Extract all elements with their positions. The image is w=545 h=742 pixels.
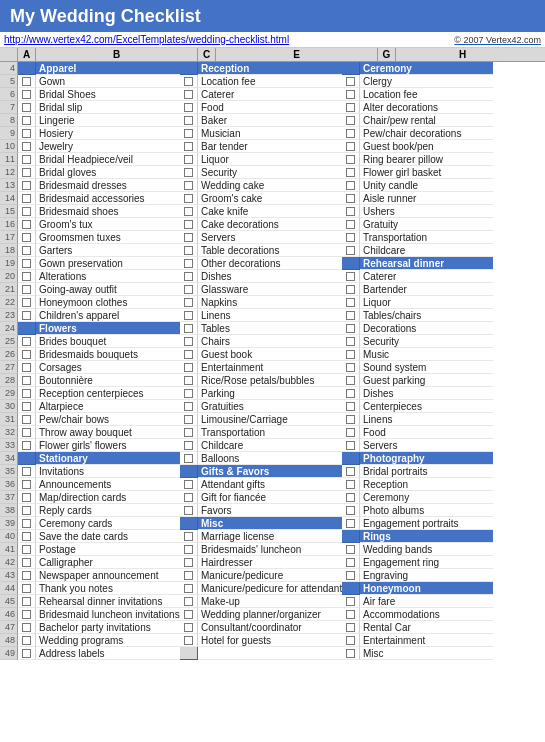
checkbox-cell[interactable] [180,127,198,140]
checkbox[interactable] [346,207,355,216]
checkbox[interactable] [22,493,31,502]
checkbox-cell[interactable] [18,361,36,374]
checkbox-cell[interactable] [180,504,198,517]
checkbox-cell[interactable] [342,517,360,530]
checkbox[interactable] [346,506,355,515]
checkbox[interactable] [346,571,355,580]
checkbox[interactable] [346,558,355,567]
checkbox[interactable] [22,623,31,632]
checkbox[interactable] [184,233,193,242]
checkbox-cell[interactable] [18,88,36,101]
checkbox[interactable] [22,376,31,385]
checkbox-cell[interactable] [180,400,198,413]
checkbox[interactable] [184,506,193,515]
checkbox[interactable] [22,545,31,554]
checkbox-cell[interactable] [18,413,36,426]
checkbox-cell[interactable] [180,478,198,491]
checkbox-cell[interactable] [18,400,36,413]
checkbox[interactable] [346,77,355,86]
checkbox[interactable] [346,324,355,333]
checkbox[interactable] [346,493,355,502]
checkbox[interactable] [184,285,193,294]
checkbox[interactable] [346,428,355,437]
checkbox-cell[interactable] [180,452,198,465]
checkbox[interactable] [22,233,31,242]
checkbox-cell[interactable] [342,166,360,179]
checkbox-cell[interactable] [18,517,36,530]
checkbox-cell[interactable] [18,244,36,257]
checkbox-cell[interactable] [342,374,360,387]
checkbox[interactable] [346,285,355,294]
checkbox-cell[interactable] [342,413,360,426]
checkbox-cell[interactable] [342,361,360,374]
checkbox[interactable] [22,116,31,125]
checkbox-cell[interactable] [342,400,360,413]
checkbox-cell[interactable] [180,309,198,322]
checkbox[interactable] [346,181,355,190]
checkbox-cell[interactable] [180,556,198,569]
checkbox[interactable] [22,480,31,489]
checkbox-cell[interactable] [18,556,36,569]
checkbox[interactable] [346,363,355,372]
checkbox[interactable] [22,636,31,645]
checkbox[interactable] [184,350,193,359]
checkbox-cell[interactable] [342,647,360,660]
checkbox-cell[interactable] [18,140,36,153]
checkbox-cell[interactable] [180,582,198,595]
checkbox[interactable] [346,649,355,658]
checkbox[interactable] [22,584,31,593]
checkbox[interactable] [184,441,193,450]
checkbox-cell[interactable] [342,101,360,114]
checkbox[interactable] [346,116,355,125]
checkbox-cell[interactable] [180,374,198,387]
checkbox-cell[interactable] [18,127,36,140]
checkbox-cell[interactable] [342,348,360,361]
checkbox[interactable] [346,103,355,112]
checkbox[interactable] [22,194,31,203]
checkbox[interactable] [184,389,193,398]
checkbox-cell[interactable] [18,543,36,556]
checkbox-cell[interactable] [342,231,360,244]
checkbox-cell[interactable] [180,257,198,270]
checkbox-cell[interactable] [18,231,36,244]
checkbox-cell[interactable] [180,361,198,374]
checkbox[interactable] [22,363,31,372]
checkbox-cell[interactable] [18,478,36,491]
checkbox-cell[interactable] [180,322,198,335]
checkbox-cell[interactable] [342,478,360,491]
checkbox-cell[interactable] [18,153,36,166]
checkbox-cell[interactable] [180,153,198,166]
checkbox[interactable] [22,246,31,255]
checkbox-cell[interactable] [18,192,36,205]
checkbox-cell[interactable] [180,231,198,244]
checkbox[interactable] [22,155,31,164]
checkbox[interactable] [184,558,193,567]
checkbox[interactable] [184,623,193,632]
checkbox-cell[interactable] [18,608,36,621]
checkbox[interactable] [346,610,355,619]
checkbox-cell[interactable] [342,322,360,335]
checkbox[interactable] [184,415,193,424]
checkbox[interactable] [184,324,193,333]
checkbox-cell[interactable] [342,634,360,647]
checkbox[interactable] [346,129,355,138]
checkbox-cell[interactable] [180,75,198,88]
checkbox[interactable] [346,298,355,307]
checkbox-cell[interactable] [342,465,360,478]
checkbox-cell[interactable] [18,621,36,634]
checkbox[interactable] [184,532,193,541]
checkbox[interactable] [184,272,193,281]
checkbox[interactable] [346,350,355,359]
checkbox[interactable] [22,337,31,346]
checkbox[interactable] [184,116,193,125]
checkbox[interactable] [22,402,31,411]
checkbox-cell[interactable] [180,569,198,582]
checkbox-cell[interactable] [180,348,198,361]
checkbox-cell[interactable] [180,595,198,608]
checkbox[interactable] [184,571,193,580]
checkbox-cell[interactable] [18,582,36,595]
checkbox[interactable] [22,532,31,541]
checkbox-cell[interactable] [180,530,198,543]
checkbox-cell[interactable] [18,426,36,439]
checkbox[interactable] [22,90,31,99]
